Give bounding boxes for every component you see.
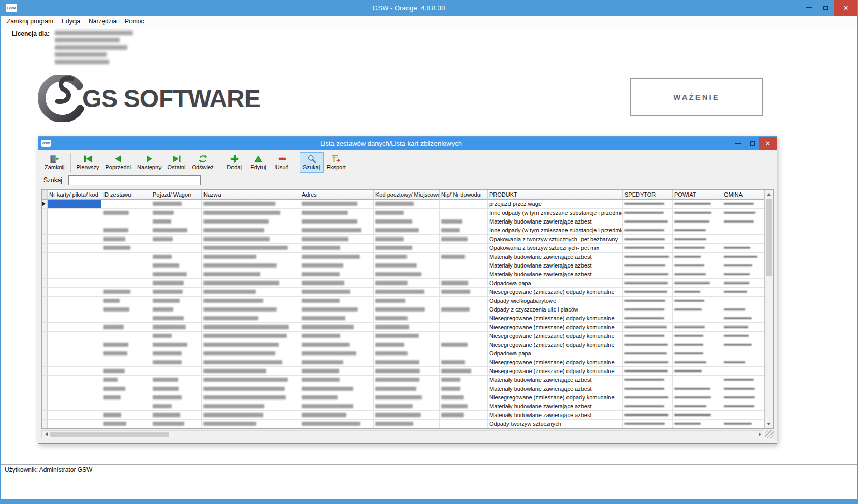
- resize-grip[interactable]: [765, 430, 774, 438]
- cell-col-1[interactable]: [101, 270, 151, 279]
- scroll-left-button[interactable]: [42, 431, 50, 438]
- cell-col-1[interactable]: [101, 297, 151, 305]
- cell-col-2[interactable]: [151, 384, 202, 393]
- cell-col-10[interactable]: [722, 411, 764, 420]
- cell-col-0[interactable]: [48, 358, 101, 367]
- cell-col-8[interactable]: [623, 314, 673, 323]
- cell-col-5[interactable]: [374, 270, 440, 279]
- cell-col-5[interactable]: [374, 420, 440, 428]
- cell-col-2[interactable]: [151, 305, 202, 314]
- horizontal-scrollbar-thumb[interactable]: [50, 432, 169, 437]
- search-input[interactable]: [68, 175, 201, 185]
- cell-col-8[interactable]: [623, 253, 673, 261]
- cell-col-3[interactable]: [202, 305, 300, 314]
- cell-col-8[interactable]: [623, 279, 673, 288]
- cell-col-6[interactable]: [440, 314, 488, 323]
- toolbar-button-szukaj[interactable]: Szukaj: [300, 152, 324, 173]
- cell-col-6[interactable]: [440, 376, 488, 384]
- cell-col-1[interactable]: [101, 402, 151, 411]
- cell-col-8[interactable]: [623, 261, 673, 270]
- cell-col-3[interactable]: [202, 402, 300, 411]
- cell-produkt[interactable]: Materiały budowlane zawierające azbest: [488, 402, 623, 411]
- cell-col-6[interactable]: [440, 411, 488, 420]
- table-row[interactable]: Opakowania z tworzyw sztucznych- pet mix: [42, 244, 764, 253]
- cell-produkt[interactable]: Niesegregowane (zmieszane) odpady komuna…: [488, 367, 623, 376]
- cell-col-3[interactable]: [202, 376, 300, 384]
- cell-col-10[interactable]: [722, 235, 764, 244]
- cell-col-8[interactable]: [623, 226, 673, 235]
- cell-produkt[interactable]: Inne odpady (w tym zmieszane substancje …: [488, 226, 623, 235]
- cell-col-0[interactable]: [48, 420, 101, 428]
- cell-produkt[interactable]: Materiały budowlane zawierające azbest: [488, 384, 623, 393]
- cell-col-0[interactable]: [48, 367, 101, 376]
- cell-col-10[interactable]: [722, 226, 764, 235]
- cell-col-5[interactable]: [374, 358, 440, 367]
- cell-col-3[interactable]: [202, 349, 300, 358]
- cell-col-2[interactable]: [151, 209, 202, 217]
- cell-col-5[interactable]: [374, 411, 440, 420]
- table-row[interactable]: Materiały budowlane zawierające azbest: [42, 270, 764, 279]
- cell-col-0[interactable]: [48, 393, 101, 402]
- column-header-nazwa[interactable]: Nazwa: [202, 190, 300, 200]
- cell-col-5[interactable]: [374, 376, 440, 384]
- cell-col-10[interactable]: [722, 217, 764, 226]
- cell-col-3[interactable]: [202, 323, 300, 332]
- cell-col-9[interactable]: [673, 349, 722, 358]
- cell-produkt[interactable]: Odpadowa papa: [488, 349, 623, 358]
- cell-col-1[interactable]: [101, 349, 151, 358]
- cell-col-8[interactable]: [623, 200, 673, 209]
- cell-col-2[interactable]: [151, 253, 202, 261]
- cell-col-9[interactable]: [673, 384, 722, 393]
- table-row[interactable]: Niesegregowane (zmieszane) odpady komuna…: [42, 340, 764, 349]
- cell-col-8[interactable]: [623, 384, 673, 393]
- cell-produkt[interactable]: przejazd przez wage: [488, 200, 623, 209]
- cell-col-2[interactable]: [151, 279, 202, 288]
- cell-col-10[interactable]: [722, 332, 764, 340]
- cell-col-10[interactable]: [722, 279, 764, 288]
- cell-col-1[interactable]: [101, 367, 151, 376]
- cell-produkt[interactable]: Niesegregowane (zmieszane) odpady komuna…: [488, 393, 623, 402]
- cell-col-2[interactable]: [151, 235, 202, 244]
- cell-produkt[interactable]: Niesegregowane (zmieszane) odpady komuna…: [488, 323, 623, 332]
- cell-col-1[interactable]: [101, 323, 151, 332]
- cell-col-0[interactable]: [48, 411, 101, 420]
- cell-col-9[interactable]: [673, 314, 722, 323]
- toolbar-button-nastepny[interactable]: Następny: [134, 152, 164, 173]
- cell-col-8[interactable]: [623, 340, 673, 349]
- cell-col-2[interactable]: [151, 314, 202, 323]
- table-row[interactable]: Niesegregowane (zmieszane) odpady komuna…: [42, 332, 764, 340]
- cell-col-6[interactable]: [440, 200, 488, 209]
- cell-col-5[interactable]: [374, 226, 440, 235]
- scroll-down-button[interactable]: [765, 420, 773, 428]
- cell-col-8[interactable]: [623, 297, 673, 305]
- cell-col-10[interactable]: [722, 420, 764, 428]
- table-row[interactable]: Inne odpady (w tym zmieszane substancje …: [42, 226, 764, 235]
- menu-item-edycja[interactable]: Edycja: [57, 16, 84, 26]
- cell-col-6[interactable]: [440, 279, 488, 288]
- cell-col-1[interactable]: [101, 384, 151, 393]
- cell-produkt[interactable]: Niesegregowane (zmieszane) odpady komuna…: [488, 288, 623, 297]
- cell-col-4[interactable]: [300, 217, 374, 226]
- cell-col-9[interactable]: [673, 209, 722, 217]
- table-row[interactable]: Odpady wielkogabarytowe: [42, 297, 764, 305]
- cell-col-5[interactable]: [374, 200, 440, 209]
- menu-item-pomoc[interactable]: Pomoc: [121, 16, 148, 26]
- cell-col-3[interactable]: [202, 393, 300, 402]
- table-row[interactable]: Odpadowa papa: [42, 279, 764, 288]
- table-row[interactable]: Materiały budowlane zawierające azbest: [42, 217, 764, 226]
- vertical-scrollbar-track[interactable]: [765, 276, 773, 420]
- cell-col-0[interactable]: [48, 279, 101, 288]
- cell-col-6[interactable]: [440, 384, 488, 393]
- table-row[interactable]: przejazd przez wage: [42, 200, 764, 209]
- cell-col-3[interactable]: [202, 314, 300, 323]
- cell-col-2[interactable]: [151, 367, 202, 376]
- cell-col-8[interactable]: [623, 305, 673, 314]
- cell-col-0[interactable]: [48, 384, 101, 393]
- cell-col-10[interactable]: [722, 270, 764, 279]
- cell-col-4[interactable]: [300, 200, 374, 209]
- cell-col-5[interactable]: [374, 253, 440, 261]
- vertical-scrollbar[interactable]: [764, 190, 773, 428]
- table-row[interactable]: Niesegregowane (zmieszane) odpady komuna…: [42, 314, 764, 323]
- table-row[interactable]: Inne odpady (w tym zmieszane substancje …: [42, 209, 764, 217]
- cell-col-9[interactable]: [673, 297, 722, 305]
